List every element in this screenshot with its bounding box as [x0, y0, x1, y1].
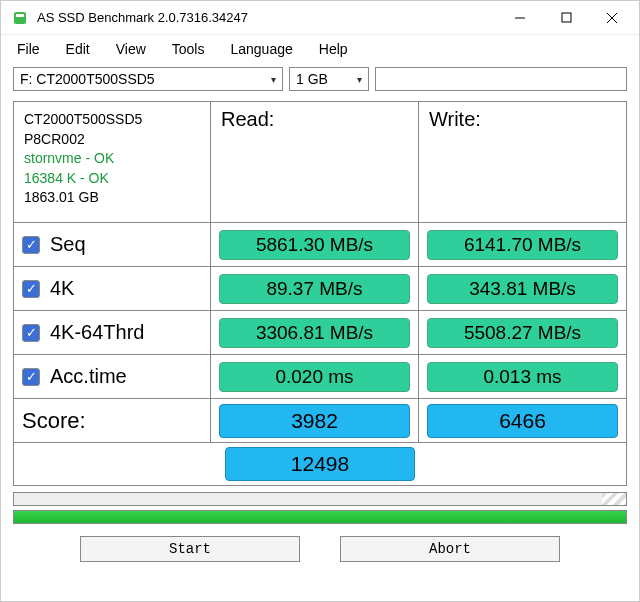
- seq-read-cell: 5861.30 MB/s: [210, 222, 418, 266]
- k464-write: 5508.27 MB/s: [427, 318, 618, 348]
- drive-select-value: F: CT2000T500SSD5: [20, 71, 265, 87]
- extra-field[interactable]: [375, 67, 627, 91]
- info-firmware: P8CR002: [24, 130, 85, 150]
- acc-read-cell: 0.020 ms: [210, 354, 418, 398]
- acc-write-cell: 0.013 ms: [418, 354, 626, 398]
- drive-select[interactable]: F: CT2000T500SSD5 ▾: [13, 67, 283, 91]
- row-seq: ✓ Seq: [14, 222, 210, 266]
- row-4k64: ✓ 4K-64Thrd: [14, 310, 210, 354]
- seq-read: 5861.30 MB/s: [219, 230, 410, 260]
- info-model: CT2000T500SSD5: [24, 110, 142, 130]
- score-write: 6466: [427, 404, 618, 438]
- menu-view[interactable]: View: [116, 41, 146, 57]
- row-seq-label: Seq: [50, 233, 86, 256]
- acc-write: 0.013 ms: [427, 362, 618, 392]
- menu-language[interactable]: Language: [230, 41, 292, 57]
- k4-read: 89.37 MB/s: [219, 274, 410, 304]
- header-write: Write:: [418, 102, 626, 222]
- progress-area: [13, 492, 627, 528]
- score-label: Score:: [22, 408, 86, 434]
- info-driver-status: stornvme - OK: [24, 149, 114, 169]
- menu-file[interactable]: File: [17, 41, 40, 57]
- checkbox-4k64[interactable]: ✓: [22, 324, 40, 342]
- progress-hatch: [602, 493, 626, 505]
- score-total: 12498: [225, 447, 415, 481]
- svg-rect-1: [16, 14, 24, 17]
- button-row: Start Abort: [13, 536, 627, 562]
- info-align-status: 16384 K - OK: [24, 169, 109, 189]
- k4-read-cell: 89.37 MB/s: [210, 266, 418, 310]
- minimize-button[interactable]: [497, 3, 543, 33]
- k464-read-cell: 3306.81 MB/s: [210, 310, 418, 354]
- menubar: File Edit View Tools Language Help: [1, 35, 639, 63]
- menu-tools[interactable]: Tools: [172, 41, 205, 57]
- progress-bar-top: [13, 492, 627, 506]
- row-4k: ✓ 4K: [14, 266, 210, 310]
- header-read: Read:: [210, 102, 418, 222]
- row-total: 12498: [14, 442, 626, 485]
- window-controls: [497, 3, 635, 33]
- seq-write-cell: 6141.70 MB/s: [418, 222, 626, 266]
- toolbar: F: CT2000T500SSD5 ▾ 1 GB ▾: [1, 63, 639, 95]
- row-acc-label: Acc.time: [50, 365, 127, 388]
- menu-help[interactable]: Help: [319, 41, 348, 57]
- checkbox-acc[interactable]: ✓: [22, 368, 40, 386]
- app-window: AS SSD Benchmark 2.0.7316.34247 File Edi…: [0, 0, 640, 602]
- score-write-cell: 6466: [418, 398, 626, 442]
- score-read-cell: 3982: [210, 398, 418, 442]
- svg-rect-3: [562, 13, 571, 22]
- info-capacity: 1863.01 GB: [24, 188, 99, 208]
- drive-info: CT2000T500SSD5 P8CR002 stornvme - OK 163…: [14, 102, 210, 222]
- chevron-down-icon: ▾: [357, 74, 362, 85]
- k464-write-cell: 5508.27 MB/s: [418, 310, 626, 354]
- checkbox-seq[interactable]: ✓: [22, 236, 40, 254]
- size-select[interactable]: 1 GB ▾: [289, 67, 369, 91]
- maximize-button[interactable]: [543, 3, 589, 33]
- row-score: Score:: [14, 398, 210, 442]
- row-acc: ✓ Acc.time: [14, 354, 210, 398]
- k4-write-cell: 343.81 MB/s: [418, 266, 626, 310]
- start-button[interactable]: Start: [80, 536, 300, 562]
- row-4k64-label: 4K-64Thrd: [50, 321, 145, 344]
- window-title: AS SSD Benchmark 2.0.7316.34247: [37, 10, 497, 25]
- titlebar: AS SSD Benchmark 2.0.7316.34247: [1, 1, 639, 35]
- size-select-value: 1 GB: [296, 71, 351, 87]
- row-4k-label: 4K: [50, 277, 74, 300]
- menu-edit[interactable]: Edit: [66, 41, 90, 57]
- svg-rect-0: [14, 12, 26, 24]
- k4-write: 343.81 MB/s: [427, 274, 618, 304]
- app-icon: [11, 9, 29, 27]
- abort-button[interactable]: Abort: [340, 536, 560, 562]
- seq-write: 6141.70 MB/s: [427, 230, 618, 260]
- score-read: 3982: [219, 404, 410, 438]
- acc-read: 0.020 ms: [219, 362, 410, 392]
- chevron-down-icon: ▾: [271, 74, 276, 85]
- checkbox-4k[interactable]: ✓: [22, 280, 40, 298]
- results-grid: CT2000T500SSD5 P8CR002 stornvme - OK 163…: [13, 101, 627, 486]
- close-button[interactable]: [589, 3, 635, 33]
- k464-read: 3306.81 MB/s: [219, 318, 410, 348]
- progress-bar-bottom: [13, 510, 627, 524]
